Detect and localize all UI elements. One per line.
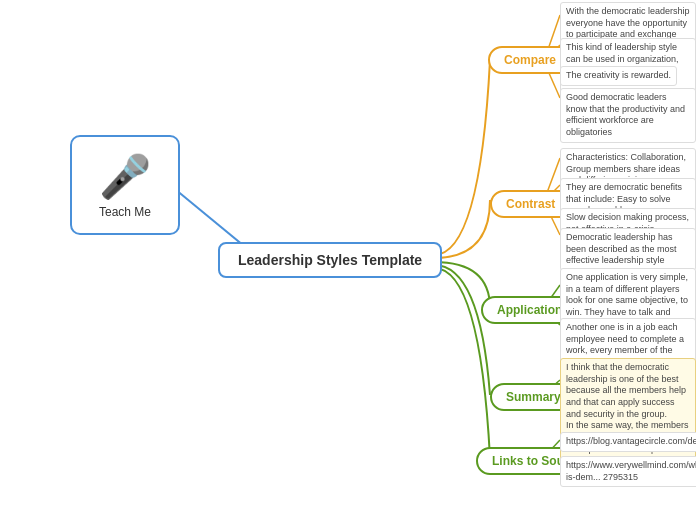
compare-note-3-text: The creativity is rewarded. <box>566 70 671 80</box>
contrast-label: Contrast <box>506 197 555 211</box>
teach-me-node[interactable]: 🎤 Teach Me <box>70 135 180 235</box>
central-node[interactable]: Leadership Styles Template <box>218 242 442 278</box>
contrast-note-4-text: Democratic leadership has been described… <box>566 232 677 265</box>
links-note-1[interactable]: https://blog.vantagecircle.com/democrati… <box>560 432 696 452</box>
compare-note-4: Good democratic leaders know that the pr… <box>560 88 696 143</box>
compare-note-4-text: Good democratic leaders know that the pr… <box>566 92 685 137</box>
compare-note-3: The creativity is rewarded. <box>560 66 677 86</box>
mic-icon: 🎤 <box>99 152 151 201</box>
application-label: Application <box>497 303 562 317</box>
links-note-2[interactable]: https://www.verywellmind.com/what-is-dem… <box>560 456 696 487</box>
teach-me-label: Teach Me <box>99 205 151 219</box>
compare-label: Compare <box>504 53 556 67</box>
summary-label: Summary <box>506 390 561 404</box>
mind-map-canvas: 🎤 Teach Me Leadership Styles Template Co… <box>0 0 696 520</box>
central-node-label: Leadership Styles Template <box>238 252 422 268</box>
links-note-2-text: https://www.verywellmind.com/what-is-dem… <box>566 460 696 482</box>
contrast-note-4: Democratic leadership has been described… <box>560 228 696 271</box>
links-note-1-text: https://blog.vantagecircle.com/democrati… <box>566 436 696 446</box>
